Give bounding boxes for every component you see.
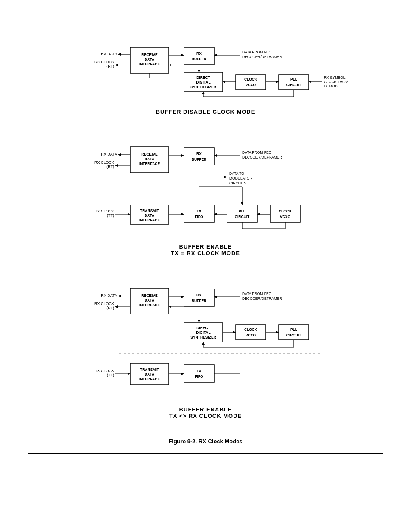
- diagram3-section: RX DATA RX CLOCK (RT) RECEIVE DATA INTER…: [55, 268, 356, 426]
- d1-dds-label2: DIGITAL: [196, 80, 210, 84]
- d1-demod-arrow: [309, 81, 311, 83]
- d3-datafromfec1: DATA FROM FEC: [242, 292, 271, 296]
- d2-receive-label3: INTERFACE: [139, 162, 160, 166]
- d2-tomod1: DATA TO: [229, 171, 244, 176]
- d3-txclock-tt: (TT): [107, 373, 114, 377]
- d1-demod2: CLOCK FROM: [324, 80, 349, 84]
- d2-datafromfec2: DECODER/DEFRAMER: [242, 155, 282, 159]
- d1-receive-label3: INTERFACE: [139, 62, 160, 66]
- d3-vcxo-label1: CLOCK: [244, 327, 258, 332]
- d3-receive-label3: INTERFACE: [139, 303, 160, 307]
- d1-feedback-arrow: [202, 92, 205, 94]
- d3-receive-label2: DATA: [145, 298, 154, 302]
- bottom-rule: [28, 453, 383, 454]
- d3-txfifo-label1: TX: [197, 369, 202, 373]
- d1-rxclock-label: RX CLOCK: [94, 60, 114, 64]
- d1-dds-to-vcxo-arrow: [223, 81, 225, 83]
- d1-fromfec-arrow: [214, 54, 217, 56]
- d1-to-rxbuf-arrow: [181, 54, 184, 56]
- d3-receive-to-dds-h: [169, 305, 171, 308]
- diagram3-title: BUFFER ENABLE TX <> RX CLOCK MODE: [55, 406, 356, 419]
- d3-rxdata-arrow: [118, 295, 121, 297]
- d2-to-txfifo-arrow: [181, 213, 184, 215]
- d3-datafromfec2: DECODER/DEFRAMER: [242, 296, 282, 301]
- d3-txclock-label: TX CLOCK: [95, 369, 114, 373]
- d1-receive-to-dds-arrow: [169, 64, 171, 66]
- d2-transmit-label2: DATA: [145, 213, 154, 218]
- d2-txclock-arrow: [128, 213, 130, 215]
- d3-dds-label1: DIRECT: [196, 326, 210, 330]
- d2-tomod3: CIRCUITS: [229, 181, 246, 185]
- d2-transmit-label1: TRANSMIT: [140, 208, 159, 213]
- figure-caption: Figure 9-2. RX Clock Modes: [168, 438, 242, 445]
- d3-rxclock-arrow: [115, 305, 118, 308]
- d3-pll-label1: PLL: [290, 327, 297, 332]
- d1-rxdata-arrow: [118, 53, 121, 56]
- d1-receive-label1: RECEIVE: [141, 53, 158, 57]
- d2-rxclock-rt: (RT): [106, 165, 114, 169]
- d1-dds-label3: SYNTHESIZER: [190, 85, 216, 89]
- diagram2-title: BUFFER ENABLE TX = RX CLOCK MODE: [55, 243, 356, 256]
- d2-vcxo-box: [270, 205, 300, 222]
- diagram3-svg: RX DATA RX CLOCK (RT) RECEIVE DATA INTER…: [55, 268, 356, 401]
- d3-dds-label2: DIGITAL: [196, 330, 210, 335]
- d3-txfifo-box: [184, 365, 214, 382]
- d1-rxbuf-label1: RX: [196, 51, 202, 56]
- d3-rxbuf-label1: RX: [196, 293, 202, 297]
- d1-receive-label2: DATA: [145, 57, 154, 62]
- d1-rxclock-rt: (RT): [106, 64, 114, 68]
- d2-receive-label1: RECEIVE: [141, 152, 158, 156]
- d2-txfifo-label1: TX: [197, 209, 202, 213]
- d1-vcxo-label1: CLOCK: [244, 77, 258, 81]
- diagram1-svg: RX DATA RX CLOCK (RT) RECEIVE DATA INTER…: [55, 9, 356, 103]
- d1-vcxo-to-pll-arrow: [276, 81, 279, 83]
- diagram1-section: RX DATA RX CLOCK (RT) RECEIVE DATA INTER…: [55, 9, 356, 122]
- d1-demod1: RX SYMBOL: [324, 75, 346, 80]
- d2-pll-label2: CIRCUIT: [235, 215, 250, 219]
- d2-receive-label2: DATA: [145, 157, 154, 161]
- d2-txclock-tt: (TT): [107, 213, 114, 218]
- d1-rxbuf-box: [184, 47, 214, 65]
- d2-rxbuf-label1: RX: [196, 152, 202, 156]
- d1-vcxo-label2: VCXO: [246, 83, 256, 87]
- d2-pll-to-vcxo-arrow: [257, 213, 260, 215]
- d3-dds-label3: SYNTHESIZER: [190, 335, 216, 339]
- page-container: RX DATA RX CLOCK (RT) RECEIVE DATA INTER…: [9, 9, 402, 454]
- d3-rxclock-rt: (RT): [106, 306, 114, 310]
- d3-txfifo-label2: FIFO: [195, 374, 203, 379]
- d2-tomod2: MODULATOR: [229, 176, 252, 180]
- d1-rxclock-arrow: [115, 64, 118, 66]
- diagram1-title: BUFFER DISABLE CLOCK MODE: [55, 109, 356, 115]
- d2-rxclock-label: RX CLOCK: [94, 160, 114, 165]
- d3-feedback-arrow: [202, 342, 205, 345]
- d3-fromfec-arrow: [214, 296, 217, 298]
- d3-to-txfifo-arrow: [181, 373, 184, 375]
- d1-buf-to-dds-arrow: [198, 70, 200, 72]
- d1-dds-label1: DIRECT: [196, 75, 210, 80]
- d3-rxbuf-box: [184, 289, 214, 306]
- d3-dds-to-vcxo-arrow: [233, 331, 236, 333]
- d3-transmit-label2: DATA: [145, 372, 154, 376]
- d1-datafromfec1: DATA FROM FEC: [242, 50, 271, 54]
- d2-datafromfec1: DATA FROM FEC: [242, 150, 271, 155]
- d1-rxdata-label: RX DATA: [101, 52, 117, 56]
- d1-demod3: DEMOD: [324, 84, 338, 88]
- d3-buf-to-dds-arrow: [198, 320, 200, 323]
- d3-vcxo-to-pll-arrow: [276, 331, 279, 333]
- d2-rxclock-arrow: [115, 164, 118, 167]
- d2-txfifo-box: [184, 205, 214, 222]
- diagram2-section: RX DATA RX CLOCK (RT) RECEIVE DATA INTER…: [55, 126, 356, 263]
- d2-to-mod-arrow: [224, 176, 227, 178]
- d2-pll-box: [227, 205, 257, 222]
- d3-vcxo-label2: VCXO: [246, 333, 256, 337]
- d2-buf-to-pll-arrow: [241, 202, 243, 205]
- d3-txclock-arrow: [128, 373, 130, 375]
- d2-txclock-label: TX CLOCK: [95, 209, 114, 213]
- d3-pll-label2: CIRCUIT: [286, 333, 302, 337]
- d2-to-rxbuf-arrow: [181, 154, 184, 157]
- d2-txfifo-label2: FIFO: [195, 215, 203, 219]
- d2-pll-label1: PLL: [239, 209, 246, 213]
- d2-txfifo-to-pll-arrow: [214, 213, 217, 215]
- d3-rxbuf-label2: BUFFER: [192, 299, 206, 303]
- d2-rxbuf-box: [184, 148, 214, 165]
